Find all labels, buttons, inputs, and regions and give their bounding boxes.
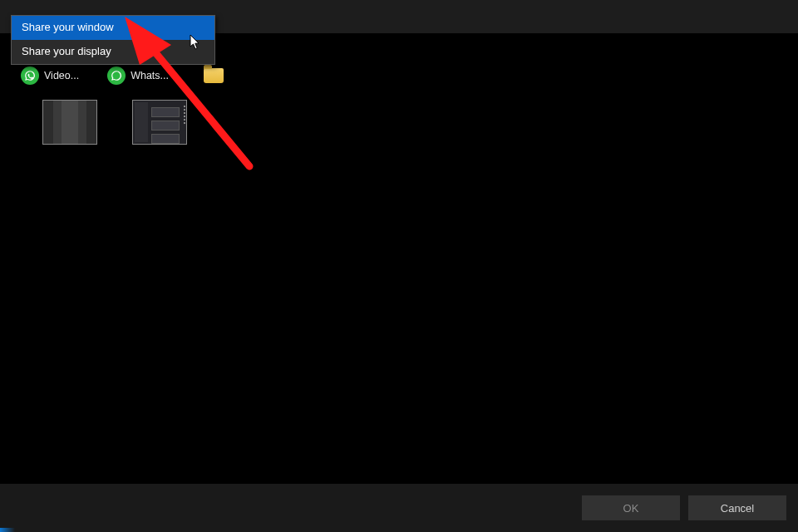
grid-item-whatsapp[interactable]: Whats...	[107, 66, 169, 85]
taskbar-accent	[0, 528, 15, 532]
thumbnail-row	[42, 81, 187, 145]
whatsapp-icon	[21, 66, 39, 85]
grid-label-row: Video... Whats...	[21, 66, 224, 85]
menu-item-share-window[interactable]: Share your window	[12, 16, 214, 40]
grid-item-video[interactable]: Video...	[21, 66, 79, 85]
source-grid-area: Video... Whats...	[11, 33, 787, 474]
grid-item-label: Video...	[44, 70, 79, 81]
window-thumbnail[interactable]	[132, 100, 187, 145]
share-mode-menu: Share your window Share your display	[11, 15, 215, 65]
ok-button[interactable]: OK	[582, 495, 680, 520]
grid-item-label: Whats...	[131, 70, 169, 81]
window-thumbnail[interactable]	[42, 100, 97, 145]
whatsapp-icon	[107, 66, 126, 85]
dialog-footer: OK Cancel	[0, 484, 798, 532]
cancel-button[interactable]: Cancel	[688, 495, 786, 520]
folder-icon	[204, 68, 224, 83]
menu-item-share-display[interactable]: Share your display	[12, 40, 214, 64]
